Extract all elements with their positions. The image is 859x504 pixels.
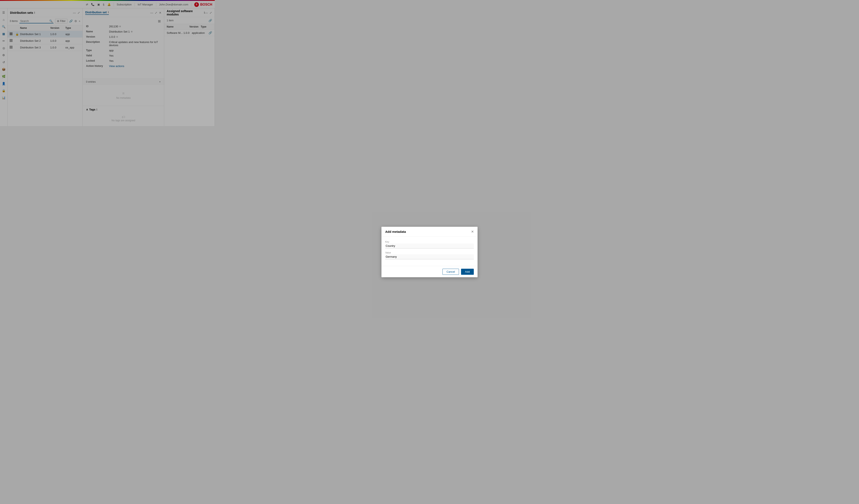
modal-overlay: Add metadata ✕ Key Value Cancel Add (0, 0, 215, 126)
